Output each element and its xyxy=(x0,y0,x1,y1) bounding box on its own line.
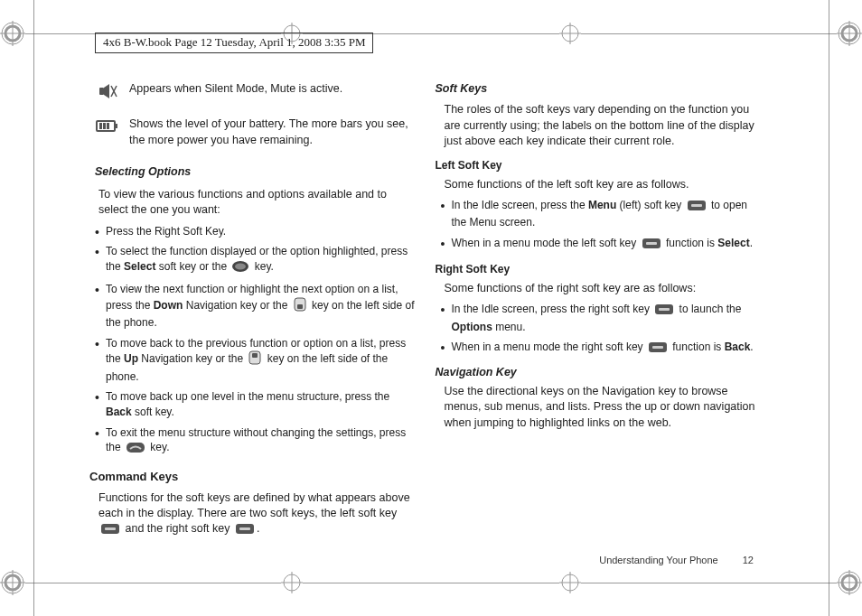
right-soft-key-intro: Some functions of the right soft key are… xyxy=(445,281,764,296)
column-right: Soft Keys The roles of the soft keys var… xyxy=(441,81,764,553)
list-item: To exit the menu structure without chang… xyxy=(95,425,417,458)
command-keys-paragraph: Functions for the soft keys are defined … xyxy=(98,490,417,540)
selecting-intro: To view the various functions and option… xyxy=(98,187,417,219)
left-soft-key-icon xyxy=(100,523,120,539)
left-soft-key-bullets: In the Idle screen, press the Menu (left… xyxy=(441,198,764,254)
column-left: Appears when Silent Mode, Mute is active… xyxy=(95,81,417,553)
heading-selecting-options: Selecting Options xyxy=(95,164,417,180)
left-soft-key-intro: Some functions of the left soft key are … xyxy=(445,177,764,192)
ok-key-icon xyxy=(231,260,249,277)
end-key-icon xyxy=(126,442,145,458)
list-item: To view the next function or highlight t… xyxy=(95,282,417,331)
right-soft-key-icon xyxy=(235,523,255,539)
heading-soft-keys: Soft Keys xyxy=(436,81,764,97)
list-item: To move back to the previous function or… xyxy=(95,336,417,385)
mute-description: Appears when Silent Mode, Mute is active… xyxy=(129,81,342,97)
list-item: When in a menu mode the right soft key f… xyxy=(441,340,764,358)
heading-right-soft-key: Right Soft Key xyxy=(436,262,764,277)
page-footer: Understanding Your Phone 12 xyxy=(599,555,754,565)
heading-left-soft-key: Left Soft Key xyxy=(436,158,764,173)
page-header: 4x6 B-W.book Page 12 Tuesday, April 1, 2… xyxy=(95,33,373,53)
left-soft-key-icon xyxy=(642,238,661,254)
page-body: Appears when Silent Mode, Mute is active… xyxy=(95,81,763,553)
crop-marks-bottom xyxy=(0,569,862,596)
list-item: In the Idle screen, press the Menu (left… xyxy=(441,198,764,230)
right-soft-key-icon xyxy=(648,341,668,358)
heading-navigation-key: Navigation Key xyxy=(436,365,764,380)
list-item: To move back up one level in the menu st… xyxy=(95,389,417,419)
list-item: When in a menu mode the left soft key fu… xyxy=(441,236,764,254)
crop-marks-right xyxy=(815,0,842,616)
heading-command-keys: Command Keys xyxy=(89,469,417,485)
list-item: In the Idle screen, press the right soft… xyxy=(441,302,764,334)
battery-description: Shows the level of your battery. The mor… xyxy=(129,117,417,148)
crop-marks-left xyxy=(20,0,47,616)
side-up-key-icon xyxy=(248,350,262,369)
footer-page-number: 12 xyxy=(743,555,754,565)
side-down-key-icon xyxy=(293,297,307,316)
soft-keys-paragraph: The roles of the soft keys vary dependin… xyxy=(445,102,764,149)
left-soft-key-icon xyxy=(687,200,707,216)
battery-icon xyxy=(95,117,120,139)
navigation-key-paragraph: Use the directional keys on the Navigati… xyxy=(445,384,764,431)
right-soft-key-icon xyxy=(654,303,674,320)
mute-icon xyxy=(95,81,120,104)
list-item: Press the Right Soft Key. xyxy=(95,224,417,239)
footer-section: Understanding Your Phone xyxy=(599,555,718,565)
selecting-bullets: Press the Right Soft Key. To select the … xyxy=(95,224,417,458)
right-soft-key-bullets: In the Idle screen, press the right soft… xyxy=(441,302,764,358)
list-item: To select the function displayed or the … xyxy=(95,244,417,276)
